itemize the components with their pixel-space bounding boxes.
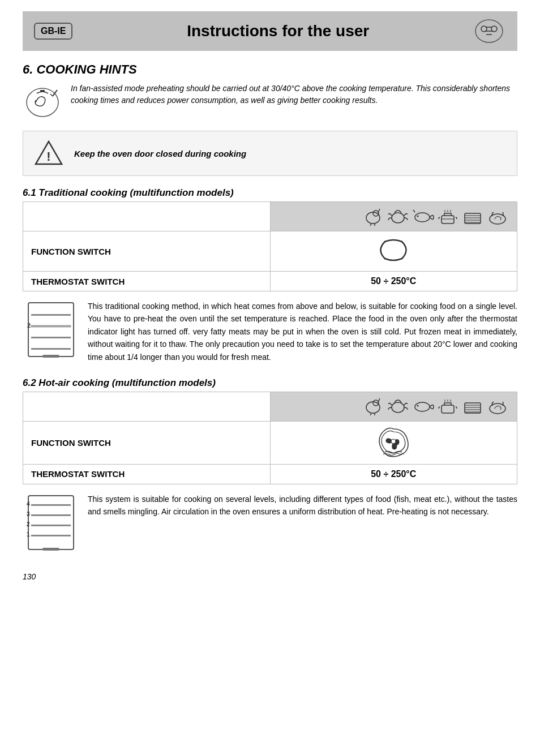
fish-icon <box>412 207 434 226</box>
grill-icon-62 <box>461 397 484 416</box>
page-header: GB-IE Instructions for the user <box>23 11 517 51</box>
svg-rect-17 <box>442 216 454 224</box>
svg-text:4: 4 <box>27 501 30 507</box>
warning-triangle-icon: ! <box>35 139 63 167</box>
description-61-block: 2 This traditional cooking method, in wh… <box>23 300 517 363</box>
crab-icon-62 <box>387 397 409 416</box>
fish-icon-62 <box>412 397 434 416</box>
svg-rect-22 <box>465 213 481 224</box>
svg-point-39 <box>417 405 419 407</box>
svg-rect-40 <box>442 405 454 413</box>
svg-text:3: 3 <box>27 511 30 517</box>
oven-shelves-image-61: 2 <box>23 300 79 363</box>
description-61-text: This traditional cooking method, in whic… <box>88 300 517 363</box>
svg-point-50 <box>391 439 396 444</box>
svg-text:2: 2 <box>27 521 30 527</box>
table-62-row-thermostat: THERMOSTAT SWITCH 50 ÷ 250°C <box>23 464 517 484</box>
grill-icon <box>461 207 484 226</box>
svg-rect-31 <box>31 337 71 338</box>
svg-point-16 <box>417 215 419 217</box>
header-icon <box>472 17 506 45</box>
thermostat-switch-label-61: THERMOSTAT SWITCH <box>23 272 271 291</box>
function-switch-value-62 <box>270 421 517 464</box>
svg-rect-53 <box>31 514 71 516</box>
pot-icon-62 <box>436 397 459 416</box>
svg-point-38 <box>415 402 430 411</box>
function-switch-value <box>270 231 517 272</box>
pot-icon <box>436 207 459 226</box>
warning-box: ! Keep the oven door closed during cooki… <box>23 131 517 176</box>
description-62-text: This system is suitable for cooking on s… <box>88 493 517 555</box>
svg-rect-29 <box>31 314 71 316</box>
crab-icon <box>387 207 409 226</box>
cooking-hints-block: In fan-assisted mode preheating should b… <box>23 83 517 119</box>
table-row-thermostat: THERMOSTAT SWITCH 50 ÷ 250°C <box>23 272 517 291</box>
oven-shelves-image-62: 4 3 2 1 <box>23 493 79 555</box>
warning-text: Keep the oven door closed during cooking <box>74 149 246 158</box>
thermostat-switch-label-62: THERMOSTAT SWITCH <box>23 464 271 484</box>
svg-rect-60 <box>42 548 59 551</box>
svg-text:1: 1 <box>27 531 30 538</box>
food-icons-row-62 <box>278 397 509 416</box>
svg-rect-55 <box>31 535 71 536</box>
subsection-62-heading: 6.2 Hot-air cooking (multifunction model… <box>23 377 517 389</box>
svg-rect-34 <box>42 355 59 358</box>
svg-rect-52 <box>31 504 71 506</box>
description-62-block: 4 3 2 1 This system is suitable for cook… <box>23 493 517 555</box>
page-title: Instructions for the user <box>84 22 472 40</box>
roast-icon <box>486 207 509 226</box>
thermostat-switch-value-61: 50 ÷ 250°C <box>270 272 517 291</box>
table-62-row-icons <box>23 392 517 421</box>
cooking-hints-text: In fan-assisted mode preheating should b… <box>71 83 517 119</box>
table-row-icons <box>23 202 517 231</box>
function-switch-label: FUNCTION SWITCH <box>23 231 271 272</box>
subsection-61-heading: 6.1 Traditional cooking (multifunction m… <box>23 187 517 199</box>
svg-rect-44 <box>465 403 481 413</box>
country-logo: GB-IE <box>34 23 72 40</box>
table-61: FUNCTION SWITCH THERMOSTAT SWITCH 50 ÷ 2… <box>23 201 517 291</box>
table-row-function: FUNCTION SWITCH <box>23 231 517 272</box>
svg-rect-54 <box>31 525 71 526</box>
roast-icon-62 <box>486 397 509 416</box>
food-icons-row <box>278 207 509 226</box>
svg-rect-51 <box>28 496 74 549</box>
svg-point-14 <box>392 213 404 223</box>
chicken-icon-62 <box>362 397 384 416</box>
section-heading: 6. COOKING HINTS <box>23 62 517 77</box>
table-62: FUNCTION SWITCH THERMO <box>23 392 517 484</box>
fan-icon <box>23 83 62 119</box>
svg-text:!: ! <box>46 149 50 164</box>
table-62-row-function: FUNCTION SWITCH <box>23 421 517 464</box>
thermostat-switch-value-62: 50 ÷ 250°C <box>270 464 517 484</box>
svg-rect-32 <box>31 348 71 350</box>
svg-rect-30 <box>31 325 71 327</box>
page-number: 130 <box>23 572 517 581</box>
svg-point-15 <box>415 213 430 222</box>
svg-point-6 <box>27 88 58 117</box>
svg-point-37 <box>392 402 404 413</box>
svg-text:2: 2 <box>27 322 31 329</box>
chicken-icon <box>362 207 384 226</box>
svg-rect-7 <box>40 90 45 92</box>
function-switch-label-62: FUNCTION SWITCH <box>23 421 271 464</box>
